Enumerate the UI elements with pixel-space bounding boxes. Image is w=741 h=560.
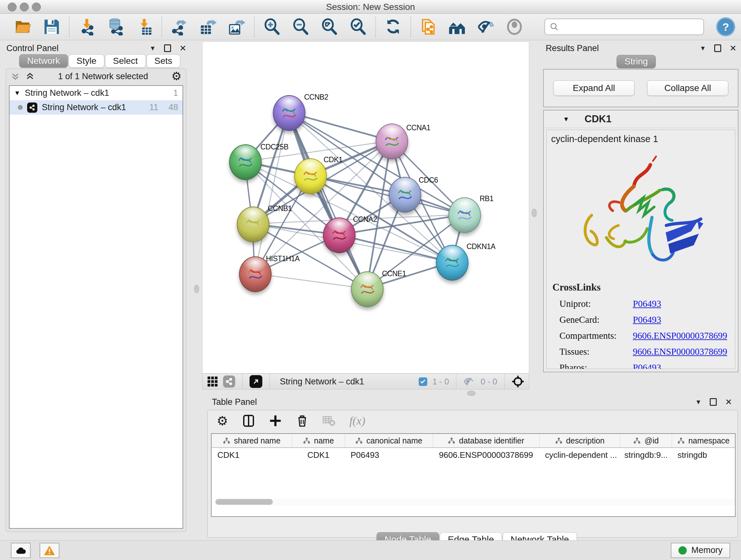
selected-checkbox-icon[interactable] <box>419 377 427 386</box>
expand-all-networks-icon[interactable] <box>10 71 20 81</box>
node-ccnb2[interactable] <box>273 95 306 131</box>
tab-select[interactable]: Select <box>105 54 146 68</box>
network-view-toolbar: String Network – cdk1 1 - 0 0 - 0 <box>202 374 529 389</box>
collapse-all-button[interactable]: Collapse All <box>647 80 728 96</box>
crosslink-link[interactable]: P06493 <box>633 314 661 325</box>
control-panel-close-icon[interactable]: ✕ <box>179 44 186 53</box>
help-icon[interactable]: ? <box>716 17 735 37</box>
column-header-database-identifier[interactable]: database identifier <box>433 434 539 447</box>
bottom-splitter-grip[interactable] <box>467 391 475 396</box>
zoom-out-icon[interactable] <box>292 18 310 36</box>
tab-style[interactable]: Style <box>69 54 105 68</box>
delete-column-icon[interactable] <box>296 415 309 427</box>
results-panel-close-icon[interactable]: ✕ <box>730 44 737 53</box>
node-label-cdk1: CDK1 <box>324 155 342 164</box>
node-cdc6[interactable] <box>389 177 421 212</box>
tab-sets[interactable]: Sets <box>146 54 180 68</box>
refresh-icon[interactable] <box>384 18 402 36</box>
table-cell[interactable]: stringdb:9... <box>620 450 672 460</box>
left-splitter-grip[interactable] <box>194 285 199 293</box>
results-panel-collapse-icon[interactable]: ▼ <box>699 45 706 52</box>
export-network-icon[interactable] <box>171 18 188 36</box>
node-ccnb1[interactable] <box>237 206 269 242</box>
node-table[interactable]: shared namenamecanonical namedatabase id… <box>211 433 736 517</box>
table-panel-close-icon[interactable]: ✕ <box>725 397 732 407</box>
warning-button[interactable] <box>40 543 59 558</box>
table-panel-float-icon[interactable] <box>710 398 717 406</box>
add-column-icon[interactable] <box>269 415 282 427</box>
table-cell[interactable]: cyclin-dependent ... <box>539 450 620 460</box>
results-panel-float-icon[interactable] <box>714 44 721 52</box>
export-image-icon[interactable] <box>228 18 246 36</box>
tab-network[interactable]: Network <box>19 54 68 68</box>
table-cell[interactable]: 9606.ENSP00000378699 <box>433 450 539 460</box>
import-table-icon[interactable] <box>135 18 153 36</box>
collection-expand-icon[interactable]: ▼ <box>14 89 20 97</box>
column-header-namespace[interactable]: namespace <box>672 434 735 447</box>
expand-all-button[interactable]: Expand All <box>553 80 634 96</box>
table-cell[interactable]: CDK1 <box>292 450 345 460</box>
tab-string[interactable]: String <box>616 55 656 68</box>
zoom-in-icon[interactable] <box>263 18 281 36</box>
table-cell[interactable]: P06493 <box>345 450 433 460</box>
crosslink-link[interactable]: 9606.ENSP00000378699 <box>633 347 727 357</box>
table-options-gear-icon[interactable]: ⚙ <box>217 415 228 427</box>
share-view-icon[interactable] <box>223 375 235 388</box>
navigator-icon[interactable] <box>250 375 262 388</box>
show-columns-icon[interactable] <box>242 415 255 427</box>
show-all-icon[interactable] <box>506 18 523 36</box>
column-header--id[interactable]: @id <box>620 434 672 447</box>
control-panel-float-icon[interactable] <box>164 44 171 52</box>
control-panel-collapse-icon[interactable]: ▼ <box>149 45 156 52</box>
zoom-selected-icon[interactable] <box>349 18 367 36</box>
zoom-fit-icon[interactable] <box>320 18 338 36</box>
save-session-icon[interactable] <box>43 18 61 36</box>
node-ccna1[interactable] <box>376 124 408 159</box>
result-entry-header[interactable]: ▼ CDK1 <box>544 111 738 128</box>
column-header-description[interactable]: description <box>539 434 620 447</box>
network-collection-row[interactable]: ▼ String Network – cdk1 1 <box>10 86 183 100</box>
node-ccna2[interactable] <box>323 217 355 253</box>
entry-expand-icon[interactable]: ▼ <box>563 116 569 123</box>
table-row[interactable]: CDK1CDK1P064939606.ENSP00000378699cyclin… <box>212 448 735 462</box>
node-ccne1[interactable] <box>351 271 384 307</box>
home-icon[interactable] <box>448 18 466 36</box>
table-cell[interactable]: stringdb <box>672 450 735 460</box>
table-horizontal-scrollbar[interactable] <box>215 498 736 505</box>
table-cell[interactable]: CDK1 <box>212 450 292 460</box>
node-cdkn1a[interactable] <box>436 245 468 281</box>
column-header-shared-name[interactable]: shared name <box>212 434 292 447</box>
crosshair-icon[interactable] <box>512 375 524 388</box>
scrollbar-thumb[interactable] <box>215 499 273 505</box>
hidden-counts: 0 - 0 <box>481 377 497 387</box>
clone-network-icon[interactable] <box>419 18 437 36</box>
network-options-gear-icon[interactable]: ⚙ <box>172 71 182 82</box>
network-row[interactable]: String Network – cdk1 11 48 <box>10 100 183 115</box>
crosslink-link[interactable]: P06493 <box>633 299 661 309</box>
export-table-icon[interactable] <box>199 18 217 36</box>
node-rb1[interactable] <box>448 197 481 233</box>
column-header-label: description <box>566 436 605 445</box>
crosslink-link[interactable]: 9606.ENSP00000378699 <box>633 330 727 341</box>
node-label-ccnb1: CCNB1 <box>268 204 292 213</box>
search-input[interactable] <box>562 22 703 32</box>
import-network-icon[interactable] <box>78 18 96 36</box>
node-cdc25b[interactable] <box>229 144 262 180</box>
entry-description: cyclin-dependent kinase 1 <box>547 130 735 144</box>
table-panel-collapse-icon[interactable]: ▼ <box>695 398 701 406</box>
right-splitter-grip[interactable] <box>532 209 537 217</box>
node-cdk1[interactable] <box>294 159 327 194</box>
import-network-from-database-icon[interactable] <box>107 18 125 36</box>
column-header-name[interactable]: name <box>292 434 345 447</box>
hide-selected-icon[interactable] <box>477 18 495 36</box>
memory-button[interactable]: Memory <box>671 543 730 558</box>
open-session-icon[interactable] <box>14 18 32 36</box>
network-canvas[interactable]: CCNB2CCNA1CDC25BCDK1CDC6RB1CCNB1CCNA2CDK… <box>202 42 529 374</box>
selected-counts: 1 - 0 <box>432 377 449 387</box>
title-bar: Session: New Session <box>0 0 741 14</box>
crosslink-link[interactable]: P06493 <box>633 362 661 369</box>
grid-view-icon[interactable] <box>207 376 218 387</box>
cloud-button[interactable] <box>11 543 30 558</box>
column-header-canonical-name[interactable]: canonical name <box>345 434 433 447</box>
collapse-all-networks-icon[interactable] <box>25 71 35 81</box>
